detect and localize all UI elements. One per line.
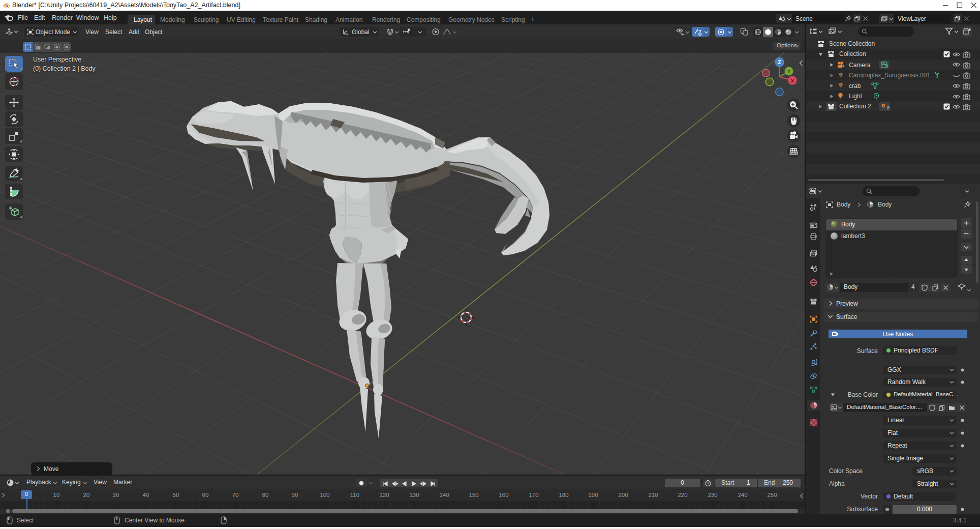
svg-text:180: 180: [559, 492, 568, 498]
svg-text:Z: Z: [778, 60, 781, 65]
svg-text:100: 100: [320, 492, 329, 498]
svg-text:80: 80: [262, 492, 269, 498]
svg-text:10: 10: [53, 492, 60, 498]
svg-text:X: X: [791, 78, 794, 83]
svg-text:120: 120: [379, 492, 389, 498]
svg-text:200: 200: [618, 492, 628, 498]
svg-text:160: 160: [499, 492, 508, 498]
svg-text:250: 250: [767, 492, 777, 498]
svg-text:50: 50: [173, 492, 179, 498]
svg-text:90: 90: [292, 492, 298, 498]
svg-text:Y: Y: [787, 68, 791, 74]
svg-text:210: 210: [648, 492, 658, 498]
svg-text:130: 130: [409, 492, 419, 498]
svg-text:110: 110: [350, 492, 359, 498]
svg-text:220: 220: [678, 492, 687, 498]
svg-text:240: 240: [738, 492, 747, 498]
svg-text:230: 230: [708, 492, 717, 498]
svg-text:20: 20: [83, 492, 90, 498]
svg-text:150: 150: [469, 492, 478, 498]
svg-text:170: 170: [529, 492, 538, 498]
svg-text:60: 60: [202, 492, 209, 498]
svg-text:40: 40: [143, 492, 149, 498]
svg-text:140: 140: [439, 492, 449, 498]
svg-text:70: 70: [232, 492, 239, 498]
svg-text:30: 30: [113, 492, 119, 498]
svg-text:190: 190: [588, 492, 598, 498]
